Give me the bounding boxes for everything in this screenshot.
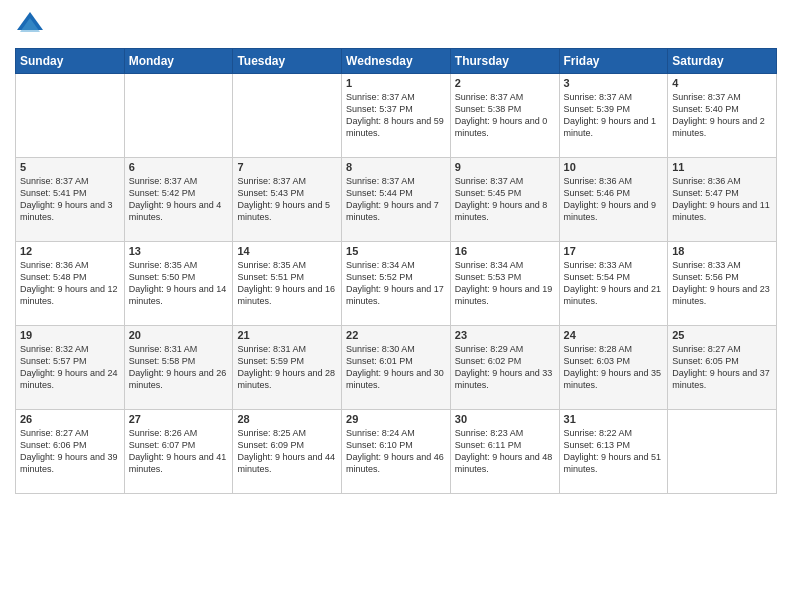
day-info: Sunrise: 8:30 AMSunset: 6:01 PMDaylight:… [346,343,446,392]
day-cell-27: 27Sunrise: 8:26 AMSunset: 6:07 PMDayligh… [124,410,233,494]
day-number: 12 [20,245,120,257]
day-number: 25 [672,329,772,341]
day-number: 4 [672,77,772,89]
day-info: Sunrise: 8:37 AMSunset: 5:38 PMDaylight:… [455,91,555,140]
day-cell-24: 24Sunrise: 8:28 AMSunset: 6:03 PMDayligh… [559,326,668,410]
day-cell-6: 6Sunrise: 8:37 AMSunset: 5:42 PMDaylight… [124,158,233,242]
day-cell-30: 30Sunrise: 8:23 AMSunset: 6:11 PMDayligh… [450,410,559,494]
weekday-wednesday: Wednesday [342,49,451,74]
day-info: Sunrise: 8:36 AMSunset: 5:48 PMDaylight:… [20,259,120,308]
day-info: Sunrise: 8:33 AMSunset: 5:54 PMDaylight:… [564,259,664,308]
weekday-monday: Monday [124,49,233,74]
day-info: Sunrise: 8:33 AMSunset: 5:56 PMDaylight:… [672,259,772,308]
week-row-4: 19Sunrise: 8:32 AMSunset: 5:57 PMDayligh… [16,326,777,410]
day-info: Sunrise: 8:37 AMSunset: 5:42 PMDaylight:… [129,175,229,224]
day-cell-23: 23Sunrise: 8:29 AMSunset: 6:02 PMDayligh… [450,326,559,410]
day-info: Sunrise: 8:37 AMSunset: 5:39 PMDaylight:… [564,91,664,140]
day-number: 5 [20,161,120,173]
day-cell-2: 2Sunrise: 8:37 AMSunset: 5:38 PMDaylight… [450,74,559,158]
day-info: Sunrise: 8:25 AMSunset: 6:09 PMDaylight:… [237,427,337,476]
weekday-thursday: Thursday [450,49,559,74]
day-cell-18: 18Sunrise: 8:33 AMSunset: 5:56 PMDayligh… [668,242,777,326]
logo-icon [15,10,45,40]
day-number: 15 [346,245,446,257]
day-cell-12: 12Sunrise: 8:36 AMSunset: 5:48 PMDayligh… [16,242,125,326]
day-cell-7: 7Sunrise: 8:37 AMSunset: 5:43 PMDaylight… [233,158,342,242]
weekday-header-row: SundayMondayTuesdayWednesdayThursdayFrid… [16,49,777,74]
day-cell-16: 16Sunrise: 8:34 AMSunset: 5:53 PMDayligh… [450,242,559,326]
page: SundayMondayTuesdayWednesdayThursdayFrid… [0,0,792,612]
day-cell-10: 10Sunrise: 8:36 AMSunset: 5:46 PMDayligh… [559,158,668,242]
day-number: 10 [564,161,664,173]
day-cell-4: 4Sunrise: 8:37 AMSunset: 5:40 PMDaylight… [668,74,777,158]
day-info: Sunrise: 8:37 AMSunset: 5:43 PMDaylight:… [237,175,337,224]
day-info: Sunrise: 8:31 AMSunset: 5:59 PMDaylight:… [237,343,337,392]
day-info: Sunrise: 8:27 AMSunset: 6:06 PMDaylight:… [20,427,120,476]
day-number: 20 [129,329,229,341]
day-info: Sunrise: 8:31 AMSunset: 5:58 PMDaylight:… [129,343,229,392]
day-cell-1: 1Sunrise: 8:37 AMSunset: 5:37 PMDaylight… [342,74,451,158]
day-number: 9 [455,161,555,173]
day-number: 16 [455,245,555,257]
day-number: 11 [672,161,772,173]
day-cell-26: 26Sunrise: 8:27 AMSunset: 6:06 PMDayligh… [16,410,125,494]
day-info: Sunrise: 8:37 AMSunset: 5:45 PMDaylight:… [455,175,555,224]
day-number: 23 [455,329,555,341]
day-info: Sunrise: 8:27 AMSunset: 6:05 PMDaylight:… [672,343,772,392]
week-row-5: 26Sunrise: 8:27 AMSunset: 6:06 PMDayligh… [16,410,777,494]
day-number: 6 [129,161,229,173]
day-info: Sunrise: 8:36 AMSunset: 5:47 PMDaylight:… [672,175,772,224]
day-info: Sunrise: 8:37 AMSunset: 5:40 PMDaylight:… [672,91,772,140]
empty-cell [233,74,342,158]
weekday-friday: Friday [559,49,668,74]
week-row-1: 1Sunrise: 8:37 AMSunset: 5:37 PMDaylight… [16,74,777,158]
empty-cell [124,74,233,158]
day-number: 24 [564,329,664,341]
day-info: Sunrise: 8:37 AMSunset: 5:41 PMDaylight:… [20,175,120,224]
day-info: Sunrise: 8:37 AMSunset: 5:44 PMDaylight:… [346,175,446,224]
day-cell-9: 9Sunrise: 8:37 AMSunset: 5:45 PMDaylight… [450,158,559,242]
day-info: Sunrise: 8:35 AMSunset: 5:51 PMDaylight:… [237,259,337,308]
day-cell-5: 5Sunrise: 8:37 AMSunset: 5:41 PMDaylight… [16,158,125,242]
week-row-2: 5Sunrise: 8:37 AMSunset: 5:41 PMDaylight… [16,158,777,242]
day-number: 31 [564,413,664,425]
day-cell-20: 20Sunrise: 8:31 AMSunset: 5:58 PMDayligh… [124,326,233,410]
day-number: 7 [237,161,337,173]
day-info: Sunrise: 8:29 AMSunset: 6:02 PMDaylight:… [455,343,555,392]
day-info: Sunrise: 8:36 AMSunset: 5:46 PMDaylight:… [564,175,664,224]
day-cell-11: 11Sunrise: 8:36 AMSunset: 5:47 PMDayligh… [668,158,777,242]
day-number: 13 [129,245,229,257]
day-number: 30 [455,413,555,425]
weekday-saturday: Saturday [668,49,777,74]
day-number: 26 [20,413,120,425]
weekday-sunday: Sunday [16,49,125,74]
day-number: 8 [346,161,446,173]
day-number: 14 [237,245,337,257]
day-number: 1 [346,77,446,89]
day-cell-15: 15Sunrise: 8:34 AMSunset: 5:52 PMDayligh… [342,242,451,326]
day-number: 18 [672,245,772,257]
header [15,10,777,40]
day-info: Sunrise: 8:32 AMSunset: 5:57 PMDaylight:… [20,343,120,392]
day-cell-8: 8Sunrise: 8:37 AMSunset: 5:44 PMDaylight… [342,158,451,242]
logo [15,10,49,40]
day-cell-19: 19Sunrise: 8:32 AMSunset: 5:57 PMDayligh… [16,326,125,410]
day-cell-22: 22Sunrise: 8:30 AMSunset: 6:01 PMDayligh… [342,326,451,410]
day-info: Sunrise: 8:28 AMSunset: 6:03 PMDaylight:… [564,343,664,392]
day-number: 29 [346,413,446,425]
day-cell-13: 13Sunrise: 8:35 AMSunset: 5:50 PMDayligh… [124,242,233,326]
day-info: Sunrise: 8:26 AMSunset: 6:07 PMDaylight:… [129,427,229,476]
day-cell-17: 17Sunrise: 8:33 AMSunset: 5:54 PMDayligh… [559,242,668,326]
day-cell-14: 14Sunrise: 8:35 AMSunset: 5:51 PMDayligh… [233,242,342,326]
day-number: 2 [455,77,555,89]
day-number: 27 [129,413,229,425]
week-row-3: 12Sunrise: 8:36 AMSunset: 5:48 PMDayligh… [16,242,777,326]
day-number: 21 [237,329,337,341]
empty-cell [16,74,125,158]
day-number: 3 [564,77,664,89]
day-info: Sunrise: 8:24 AMSunset: 6:10 PMDaylight:… [346,427,446,476]
weekday-tuesday: Tuesday [233,49,342,74]
day-number: 17 [564,245,664,257]
day-info: Sunrise: 8:22 AMSunset: 6:13 PMDaylight:… [564,427,664,476]
day-cell-31: 31Sunrise: 8:22 AMSunset: 6:13 PMDayligh… [559,410,668,494]
